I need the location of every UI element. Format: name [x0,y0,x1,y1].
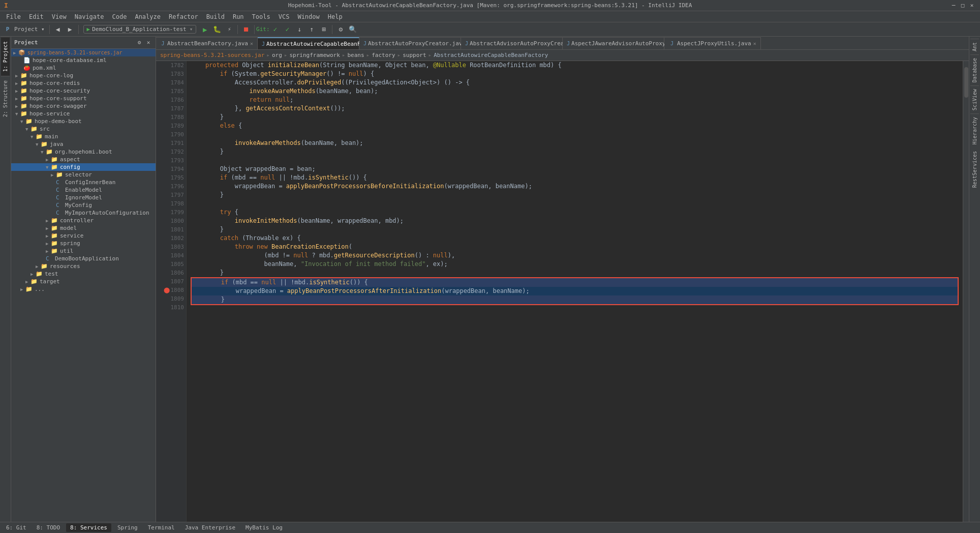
toolbar-search-everywhere-btn[interactable]: 🔍 [347,24,358,35]
bc-jar[interactable]: spring-beans-5.3.21-sources.jar [160,52,264,58]
tree-my-import-auto[interactable]: C MyImportAutoConfiguration [11,209,156,217]
bc-support[interactable]: support [403,52,426,58]
tab-close-6[interactable]: ✕ [753,41,756,46]
line-1803: 1803 [171,244,185,250]
bottom-tab-mybatis[interactable]: MyBatis Log [241,523,287,532]
close-button[interactable]: ✕ [968,2,976,10]
toolbar-checkmark-2[interactable]: ✓ [282,24,293,35]
right-tab-ant[interactable]: Ant [970,39,979,54]
tab-close-1[interactable]: ✕ [250,41,253,46]
tree-resources[interactable]: ▶ 📁 resources [11,262,156,270]
tree-service[interactable]: ▶ 📁 service [11,232,156,240]
tree-hope-demo-boot[interactable]: ▼ 📁 hope-demo-boot [11,117,156,125]
bottom-tab-java-enterprise[interactable]: Java Enterprise [181,523,239,532]
menu-analyze[interactable]: Analyze [131,12,165,21]
tree-aspect[interactable]: ▶ 📁 aspect [11,156,156,163]
menu-vcs[interactable]: VCS [274,12,294,21]
toolbar-settings-btn[interactable]: ⚙ [335,24,346,35]
tree-ignore-model[interactable]: C IgnoreModel [11,194,156,201]
right-tab-restservices[interactable]: RestServices [970,148,979,191]
tree-target[interactable]: ▶ 📁 target [11,278,156,285]
code-line-1783: if (System.getSecurityManager() != null)… [191,70,959,78]
bc-factory[interactable]: factory [372,52,395,58]
toolbar-push-btn[interactable]: ↑ [306,24,317,35]
tree-config-inner-bean[interactable]: C ConfigInnerBean [11,179,156,186]
bottom-tab-terminal[interactable]: Terminal [144,523,179,532]
bottom-tab-services[interactable]: 8: Services [66,523,111,532]
project-sync-btn[interactable]: ⚙ [135,39,143,47]
run-config-dropdown[interactable]: ▶ DemoCloud_B_Application-test ▾ [83,25,197,34]
tree-java[interactable]: ▼ 📁 java [11,140,156,148]
tab-abstract-bean-factory[interactable]: J AbstractBeanFactory.java ✕ [156,37,258,49]
right-tab-database[interactable]: Database [970,54,979,85]
tree-test[interactable]: ▶ 📁 test [11,270,156,278]
sidebar-tab-project[interactable]: 1: Project [1,37,10,76]
menu-tools[interactable]: Tools [248,12,274,21]
menu-edit[interactable]: Edit [25,12,48,21]
menu-window[interactable]: Window [293,12,323,21]
tree-selector[interactable]: ▶ 📁 selector [11,171,156,179]
tab-aspect-j-aware[interactable]: J AspectJAwareAdvisorAutoProxyCreator.ja… [563,37,664,49]
right-tab-hierarchy[interactable]: Hierarchy [970,113,979,147]
tree-spring[interactable]: ▶ 📁 spring [11,240,156,247]
tree-model[interactable]: ▶ 📁 model [11,224,156,232]
project-close-btn[interactable]: ✕ [144,39,152,47]
tree-hope-core-redis[interactable]: ▶ 📁 hope-core-redis [11,79,156,87]
menu-run[interactable]: Run [229,12,248,21]
editor-content[interactable]: 1782 1783 1784 1785 1786 1787 1788 1789 … [156,61,969,522]
menu-file[interactable]: File [2,12,25,21]
menu-navigate[interactable]: Navigate [71,12,108,21]
bottom-tab-git[interactable]: 6: Git [2,523,30,532]
tree-hope-core-support[interactable]: ▶ 📁 hope-core-support [11,95,156,102]
toolbar-checkmark-1[interactable]: ✓ [269,24,281,35]
tab-abstract-advisor[interactable]: J AbstractAdvisorAutoProxyCreator.java ✕ [461,37,563,49]
tree-hope-core-swagger[interactable]: ▶ 📁 hope-core-swagger [11,102,156,110]
tab-aspect-j-proxy[interactable]: J AspectJProxyUtils.java ✕ [664,37,761,49]
tree-my-config[interactable]: C MyConfig [11,201,156,209]
tree-src[interactable]: ▼ 📁 src [11,125,156,133]
code-area[interactable]: protected Object initializeBean(String b… [187,61,963,522]
tree-pom[interactable]: 🍅 pom.xml [11,64,156,72]
stop-btn[interactable]: ⏹ [240,24,252,35]
right-tab-sciview[interactable]: SciView [970,85,979,113]
menu-build[interactable]: Build [202,12,229,21]
run-btn[interactable]: ▶ [199,24,210,35]
tree-controller[interactable]: ▶ 📁 controller [11,217,156,224]
project-tree-jar[interactable]: ▶ 📦 spring-beans-5.3.21-sources.jar [11,49,156,56]
toolbar-back-btn[interactable]: ◀ [52,24,64,35]
tab-abstract-autowire[interactable]: J AbstractAutowireCapableBeanFactory.jav… [258,37,359,49]
toolbar-vcs-more[interactable]: ⊞ [318,24,329,35]
tree-hope-core-database[interactable]: 📄 hope-core-database.iml [11,56,156,64]
tree-config[interactable]: ▼ 📁 config [11,163,156,171]
minimize-button[interactable]: ─ [950,2,958,10]
tree-util[interactable]: ▶ 📁 util [11,247,156,255]
tree-main[interactable]: ▼ 📁 main [11,133,156,140]
toolbar-project-label: Project ▾ [14,26,45,33]
breakpoint-icon: ⬤ [164,287,170,293]
bottom-tab-todo[interactable]: 8: TODO [33,523,64,532]
menu-refactor[interactable]: Refactor [165,12,202,21]
tree-demo-boot-app[interactable]: C DemoBootApplication [11,255,156,262]
bc-beans[interactable]: beans [347,52,364,58]
tree-org-hopehomi-boot[interactable]: ▼ 📁 org.hopehomi.boot [11,148,156,156]
tree-hope-service[interactable]: ▼ 📁 hope-service [11,110,156,117]
sidebar-tab-structure[interactable]: 2: Structure [1,76,10,121]
maximize-button[interactable]: □ [959,2,967,10]
tab-abstract-auto-proxy[interactable]: J AbstractAutoProxyCreator.java ✕ [359,37,461,49]
menu-help[interactable]: Help [324,12,347,21]
menu-code[interactable]: Code [108,12,131,21]
toolbar-update-btn[interactable]: ↓ [294,24,305,35]
tree-more[interactable]: ▶ 📁 ... [11,285,156,293]
debug-btn[interactable]: 🐛 [211,24,223,35]
bc-org[interactable]: org [272,52,282,58]
menu-view[interactable]: View [48,12,71,21]
bottom-tab-spring[interactable]: Spring [113,523,142,532]
right-scrollbar[interactable] [963,61,969,522]
run-with-coverage-btn[interactable]: ⚡ [224,24,235,35]
tree-hope-core-log[interactable]: ▶ 📁 hope-core-log [11,72,156,79]
tree-hope-core-security[interactable]: ▶ 📁 hope-core-security [11,87,156,95]
bc-springframework[interactable]: springframework [289,52,340,58]
toolbar-forward-btn[interactable]: ▶ [65,24,76,35]
tree-enable-model[interactable]: C EnableModel [11,186,156,194]
bc-class[interactable]: AbstractAutowireCapableBeanFactory [434,52,548,58]
